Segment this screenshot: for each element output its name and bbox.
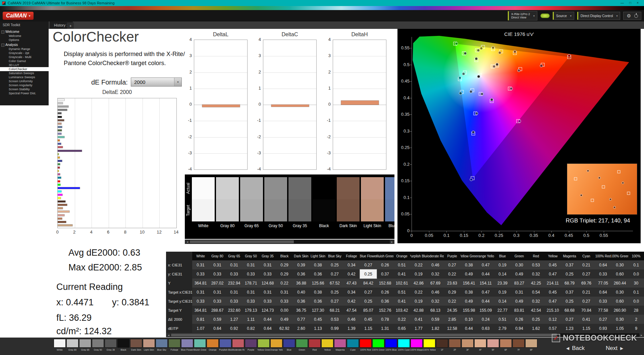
- table-cell[interactable]: 85.07: [360, 306, 377, 315]
- table-cell[interactable]: 154.11: [477, 278, 494, 288]
- table-cell[interactable]: 0.42: [343, 269, 360, 278]
- table-cell[interactable]: 156.41: [461, 278, 477, 288]
- table-cell[interactable]: 0.22: [393, 315, 410, 324]
- sidebar-item-dynamic-range[interactable]: Dynamic Range: [0, 47, 49, 51]
- table-cell[interactable]: 0.29: [276, 269, 293, 278]
- close-button[interactable]: ×: [637, 0, 639, 6]
- table-cell[interactable]: 0.27: [578, 269, 595, 278]
- table-cell[interactable]: 68.21: [326, 306, 343, 315]
- table-cell[interactable]: 84.42: [360, 278, 377, 288]
- table-cell[interactable]: 2.85: [444, 315, 461, 324]
- table-cell[interactable]: 1.62: [528, 324, 544, 333]
- table-cell[interactable]: 0.31: [511, 288, 528, 297]
- table-cell[interactable]: 0.45: [544, 260, 561, 269]
- table-cell[interactable]: 67.52: [326, 278, 343, 288]
- sidebar-section-analysis[interactable]: −Analysis: [0, 42, 49, 47]
- scroll-left-arrow[interactable]: ◀: [185, 240, 190, 244]
- table-cell[interactable]: 0.77: [293, 315, 310, 324]
- table-cell[interactable]: 0.44: [259, 315, 276, 324]
- table-cell[interactable]: 260.90: [611, 306, 628, 315]
- sidebar-section-welcome[interactable]: −Welcome: [0, 29, 49, 34]
- gear-icon[interactable]: ⚙: [627, 13, 631, 18]
- table-cell[interactable]: 0.41: [393, 297, 410, 306]
- sidebar-item-luminance-sweeps[interactable]: Luminance Sweeps: [0, 75, 49, 79]
- table-cell[interactable]: 0.1: [628, 288, 644, 297]
- table-cell[interactable]: 178.71: [243, 278, 259, 288]
- display-control-select[interactable]: Direct Display Control ▾: [577, 12, 621, 20]
- table-cell[interactable]: 0.25: [561, 297, 578, 306]
- table-cell[interactable]: 0.22: [444, 269, 461, 278]
- table-cell[interactable]: 0.12: [544, 315, 561, 324]
- table-cell[interactable]: 124.73: [259, 306, 276, 315]
- table-cell[interactable]: 0.36: [377, 297, 393, 306]
- table-cell[interactable]: 0.57: [544, 324, 561, 333]
- table-cell[interactable]: 152.76: [377, 306, 393, 315]
- table-cell[interactable]: 0.33: [243, 297, 259, 306]
- table-cell[interactable]: 0.60: [611, 297, 628, 306]
- table-cell[interactable]: 36.88: [293, 278, 310, 288]
- calman-menu-button[interactable]: CalMAN ▾: [3, 12, 34, 20]
- table-cell[interactable]: 0.40: [293, 288, 310, 297]
- scroll-right-arrow[interactable]: ▶: [390, 240, 394, 244]
- table-cell[interactable]: 0.25: [561, 269, 578, 278]
- table-cell[interactable]: 0.51: [393, 288, 410, 297]
- table-cell[interactable]: 0.24: [477, 315, 494, 324]
- table-cell[interactable]: 127.30: [310, 306, 326, 315]
- scroll-right-arrow[interactable]: ▶: [639, 333, 644, 337]
- table-cell[interactable]: 77.05: [595, 278, 611, 288]
- table-cell[interactable]: 0.38: [310, 260, 326, 269]
- table-cell[interactable]: 103.42: [393, 306, 410, 315]
- table-cell[interactable]: 83.27: [511, 278, 528, 288]
- table-cell[interactable]: 0.34: [343, 288, 360, 297]
- table-cell[interactable]: 0.33: [209, 269, 226, 278]
- sidebar-item-color-gamut[interactable]: Color Gamut: [0, 59, 49, 63]
- table-cell[interactable]: 364.81: [192, 278, 209, 288]
- table-cell[interactable]: 0.46: [343, 315, 360, 324]
- sidebar-item-grayscale-2pt[interactable]: Grayscale - 2pt: [0, 51, 49, 55]
- table-cell[interactable]: 0.22: [410, 288, 427, 297]
- table-cell[interactable]: 0.32: [528, 297, 544, 306]
- table-cell[interactable]: 0.0: [628, 269, 644, 278]
- table-cell[interactable]: 0.27: [561, 315, 578, 324]
- source-select[interactable]: Source ▾: [553, 12, 574, 20]
- table-cell[interactable]: 0.82: [243, 324, 259, 333]
- table-cell[interactable]: 0.27: [595, 315, 611, 324]
- table-cell[interactable]: 124.68: [259, 278, 276, 288]
- table-cell[interactable]: 1.23: [561, 324, 578, 333]
- scroll-thumb[interactable]: [190, 240, 294, 243]
- table-cell[interactable]: 0.47: [477, 288, 494, 297]
- table-cell[interactable]: 36.75: [293, 306, 310, 315]
- table-cell[interactable]: 0.42: [343, 297, 360, 306]
- table-cell[interactable]: 1.05: [611, 324, 628, 333]
- table-cell[interactable]: 0.27: [444, 260, 461, 269]
- table-cell[interactable]: 1.77: [410, 324, 427, 333]
- table-cell[interactable]: 0.46: [427, 260, 444, 269]
- table-cell[interactable]: 0.10: [461, 315, 477, 324]
- table-cell[interactable]: 0.31: [209, 288, 226, 297]
- sidebar-item-3d-lut[interactable]: 3D LUT: [0, 63, 49, 67]
- table-cell[interactable]: 0.31: [259, 288, 276, 297]
- table-cell[interactable]: 0.21: [578, 260, 595, 269]
- table-cell[interactable]: 22.77: [494, 306, 511, 315]
- table-cell[interactable]: 1.11: [243, 315, 259, 324]
- table-cell[interactable]: 102.61: [393, 278, 410, 288]
- table-cell[interactable]: 0.25: [326, 288, 343, 297]
- add-tab-button[interactable]: +: [67, 22, 74, 29]
- table-cell[interactable]: 1.82: [427, 324, 444, 333]
- table-cell[interactable]: 0.27: [360, 288, 377, 297]
- table-cell[interactable]: 0.44: [461, 324, 477, 333]
- table-cell[interactable]: 0.33: [259, 269, 276, 278]
- table-cell[interactable]: 0.25: [360, 269, 377, 278]
- table-cell[interactable]: 0.36: [293, 297, 310, 306]
- table-cell[interactable]: 0.39: [293, 260, 310, 269]
- table-cell[interactable]: 2.79: [494, 324, 511, 333]
- table-cell[interactable]: 155.98: [461, 306, 477, 315]
- table-cell[interactable]: 68.79: [561, 278, 578, 288]
- table-cell[interactable]: 179.13: [243, 306, 259, 315]
- collapse-minus-icon[interactable]: −: [1, 31, 4, 34]
- table-cell[interactable]: 0.31: [209, 260, 226, 269]
- table-cell[interactable]: 0.19: [410, 297, 427, 306]
- table-cell[interactable]: 0.0: [628, 297, 644, 306]
- table-cell[interactable]: 9: [628, 324, 644, 333]
- table-cell[interactable]: 0.38: [461, 260, 477, 269]
